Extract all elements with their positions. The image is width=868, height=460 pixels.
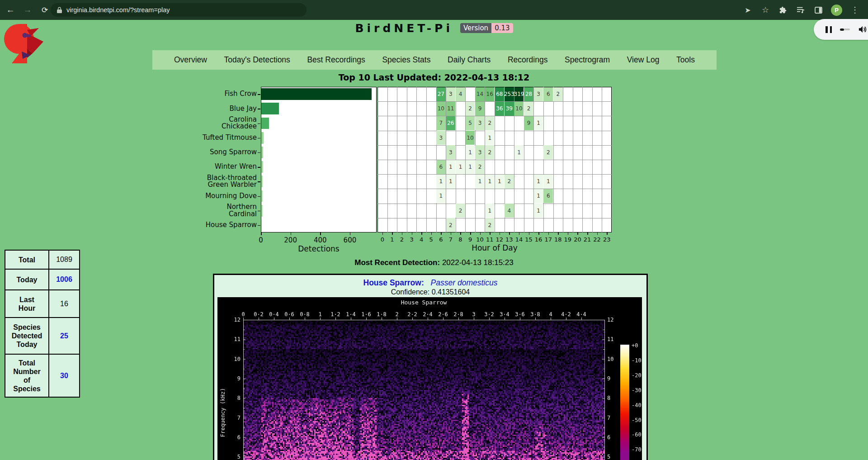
heatmap-cell: 1: [495, 175, 505, 189]
profile-avatar[interactable]: P: [831, 5, 842, 16]
hour-axis-tick: 4: [416, 236, 426, 243]
heatmap-cell: 253: [505, 87, 514, 101]
version-value: 0.13: [491, 23, 513, 33]
hour-axis-tick: 18: [553, 236, 563, 243]
heatmap-cell: 16: [485, 87, 495, 101]
species-label: Carolina Chickadee: [154, 116, 257, 130]
side-panel-icon[interactable]: [813, 5, 823, 15]
heatmap-cell: 1: [436, 175, 446, 189]
heatmap-cell: 2: [446, 218, 456, 232]
media-playlist-icon[interactable]: [796, 5, 806, 15]
hour-axis-tick: 14: [514, 236, 524, 243]
back-button[interactable]: ←: [4, 3, 17, 17]
reload-button[interactable]: ⟳: [38, 3, 52, 17]
heatmap-cell: 1: [534, 189, 543, 203]
heatmap-cell: 1: [534, 116, 543, 130]
heatmap-cell: 1: [456, 160, 465, 174]
heatmap-cell: 9: [475, 102, 485, 116]
hour-axis-tick: 5: [426, 236, 436, 243]
address-bar[interactable]: virginia.birdnetpi.com/?stream=play: [51, 3, 307, 17]
stats-label: Total Number of Species: [5, 354, 49, 397]
heatmap-cell: 9: [524, 116, 533, 130]
version-label: Version: [460, 23, 491, 33]
hour-axis-tick: 16: [533, 236, 543, 243]
heatmap-plot-area: [377, 87, 612, 232]
stats-row: Species Detected Today25: [5, 318, 80, 354]
heatmap-cell: 2: [485, 145, 495, 159]
heatmap-cell: 11: [446, 102, 456, 116]
species-label: Winter Wren: [154, 160, 257, 174]
heatmap-cell: 2: [466, 102, 475, 116]
heatmap-cell: 6: [436, 160, 446, 174]
heatmap-cell: 3: [534, 87, 543, 101]
heatmap-cell: 6: [543, 87, 553, 101]
nav-item-daily-charts[interactable]: Daily Charts: [448, 55, 491, 65]
stats-value[interactable]: 30: [49, 354, 80, 397]
hour-axis-tick: 7: [446, 236, 456, 243]
nav-item-today-s-detections[interactable]: Today's Detections: [224, 55, 290, 65]
nav-item-recordings[interactable]: Recordings: [508, 55, 548, 65]
stats-value[interactable]: 25: [49, 318, 80, 354]
nav-item-tools[interactable]: Tools: [676, 55, 695, 65]
species-label: Blue Jay: [154, 101, 257, 116]
stats-value: 16: [49, 290, 80, 318]
bar-axis-tick: 200: [281, 236, 301, 244]
heatmap-cell: 2: [485, 116, 495, 130]
heatmap-cell: 1: [466, 145, 475, 159]
heatmap-cell: 2: [456, 204, 465, 218]
extensions-icon[interactable]: [778, 5, 788, 15]
forward-button[interactable]: →: [21, 3, 34, 17]
detections-bar: [261, 147, 263, 158]
nav-item-overview[interactable]: Overview: [174, 55, 207, 65]
detection-confidence: Confidence: 0.41351604: [214, 288, 646, 296]
nav-item-spectrogram[interactable]: Spectrogram: [565, 55, 610, 65]
menu-dots-icon[interactable]: ⋮: [850, 5, 860, 15]
heatmap-cell: 4: [505, 204, 514, 218]
heatmap-cell: 68: [495, 87, 505, 101]
heatmap-cell: 36: [495, 102, 505, 116]
detection-species-name[interactable]: House Sparrow:: [363, 278, 424, 287]
heatmap-cell: 1: [485, 131, 495, 145]
heatmap-cell: 1: [446, 175, 456, 189]
heatmap-cell: 1: [436, 189, 446, 203]
heatmap-cell: 2: [543, 145, 553, 159]
species-label: Mourning Dove: [154, 189, 257, 203]
heatmap-cell: 1: [475, 175, 485, 189]
bar-axis-title: Detections: [261, 244, 377, 253]
detections-bar: [261, 132, 264, 144]
spectrogram-canvas: [217, 297, 642, 460]
nav-item-best-recordings[interactable]: Best Recordings: [307, 55, 365, 65]
heatmap-cell: 2: [505, 175, 514, 189]
hour-axis-tick: 21: [582, 236, 592, 243]
hour-axis-tick: 23: [602, 236, 612, 243]
nav-item-view-log[interactable]: View Log: [627, 55, 660, 65]
detections-bar: [261, 103, 279, 114]
page-title: BirdNET-Pi: [355, 22, 453, 35]
hour-axis-tick: 6: [436, 236, 446, 243]
detection-species-scientific[interactable]: Passer domesticus: [431, 278, 498, 287]
hour-axis-tick: 22: [592, 236, 602, 243]
heatmap-cell: 319: [514, 87, 524, 101]
heatmap-cell: 3: [446, 145, 456, 159]
nav-item-species-stats[interactable]: Species Stats: [382, 55, 430, 65]
url-text: virginia.birdnetpi.com/?stream=play: [66, 6, 170, 14]
hour-axis-tick: 11: [485, 236, 495, 243]
stats-value[interactable]: 1006: [49, 269, 80, 290]
most-recent-heading: Most Recent Detection: 2022-04-13 18:15:…: [0, 258, 868, 267]
heatmap-cell: 26: [446, 116, 456, 130]
bar-axis-tick: 0: [251, 236, 271, 244]
heatmap-cell: 2: [524, 102, 533, 116]
heatmap-cell: 3: [436, 131, 446, 145]
heatmap-cell: 5: [466, 116, 475, 130]
bookmark-star-icon[interactable]: ☆: [760, 5, 770, 15]
heatmap-cell: 10: [466, 131, 475, 145]
browser-toolbar: ← → ⟳ virginia.birdnetpi.com/?stream=pla…: [0, 0, 868, 20]
heatmap-cell: 1: [534, 175, 543, 189]
hour-axis-tick: 0: [377, 236, 387, 243]
detections-bar: [261, 118, 269, 129]
heatmap-cell: 10: [436, 102, 446, 116]
share-icon[interactable]: ➤: [743, 5, 753, 15]
species-label: Fish Crow: [154, 87, 257, 101]
detections-bar: [261, 161, 263, 173]
heatmap-cell: 27: [436, 87, 446, 101]
